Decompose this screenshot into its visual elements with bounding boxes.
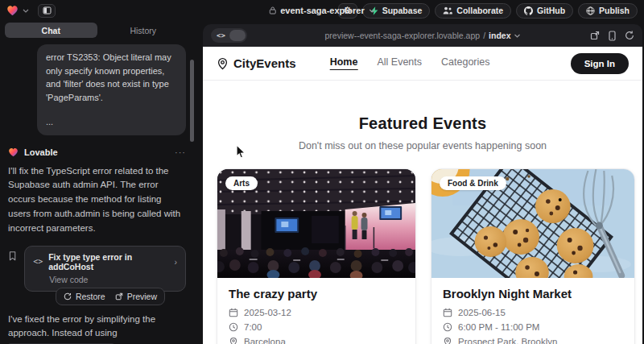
lovable-avatar-icon bbox=[8, 147, 19, 157]
user-error-message: error TS2353: Object literal may only sp… bbox=[37, 44, 186, 135]
message-menu-button[interactable]: ··· bbox=[175, 147, 186, 157]
event-card-crazy-party[interactable]: Arts The crazy party 2025-03-12 7:00 Bar… bbox=[217, 168, 416, 344]
restore-icon bbox=[64, 292, 72, 300]
sidebar-toggle-button[interactable] bbox=[38, 4, 56, 18]
chat-sidebar: Chat History error TS2353: Object litera… bbox=[0, 21, 197, 344]
page-chevron-icon bbox=[514, 34, 520, 38]
toggle-knob bbox=[229, 30, 246, 41]
chat-scrollbar[interactable] bbox=[190, 60, 194, 142]
code-icon: <> bbox=[33, 257, 43, 266]
project-name: event-saga-explorer bbox=[280, 6, 365, 15]
sign-in-button[interactable]: Sign In bbox=[571, 53, 629, 74]
event-image-conference: Arts bbox=[217, 169, 415, 278]
top-bar: event-saga-explorer ⚙ Supabase Collabora… bbox=[0, 0, 644, 21]
event-location: Barcelona bbox=[244, 337, 286, 344]
project-switcher[interactable]: event-saga-explorer bbox=[269, 6, 375, 15]
message-ellipsis[interactable]: ... bbox=[46, 115, 177, 129]
assistant-message-2: I've fixed the error by simplifying the … bbox=[8, 313, 186, 344]
error-text: error TS2353: Object literal may only sp… bbox=[46, 51, 177, 104]
github-button[interactable]: GitHub bbox=[516, 3, 573, 19]
refresh-icon[interactable] bbox=[625, 31, 634, 40]
preview-toolbar: <> preview--event-saga-explorer.lovable.… bbox=[203, 24, 642, 47]
location-pin-icon bbox=[443, 337, 452, 344]
preview-version-button[interactable]: Preview bbox=[115, 292, 157, 301]
event-time: 7:00 bbox=[244, 322, 262, 332]
assistant-message-1: I'll fix the TypeScript error related to… bbox=[8, 164, 186, 236]
featured-section-header: Featured Events Don't miss out on these … bbox=[203, 81, 642, 151]
preview-page: index bbox=[489, 31, 510, 40]
app-nav: Home All Events Categories bbox=[330, 56, 490, 70]
open-external-icon[interactable] bbox=[590, 31, 600, 40]
restore-button[interactable]: Restore bbox=[64, 292, 105, 301]
view-code-link[interactable]: View code bbox=[49, 275, 177, 284]
people-icon bbox=[443, 6, 452, 15]
version-action-bar: Restore Preview bbox=[56, 288, 165, 305]
calendar-icon bbox=[229, 308, 238, 317]
lock-icon bbox=[269, 6, 276, 15]
preview-url: preview--event-saga-explorer.lovable.app bbox=[325, 31, 481, 40]
globe-icon bbox=[586, 6, 595, 15]
clock-icon bbox=[443, 322, 452, 332]
open-preview-icon bbox=[115, 292, 123, 300]
clock-icon bbox=[229, 322, 238, 332]
workspace-chevron-icon[interactable] bbox=[23, 9, 29, 13]
code-change-title: Fix type type error in addCoHost bbox=[48, 252, 168, 271]
chat-history-tabs: Chat History bbox=[5, 23, 189, 38]
category-badge: Arts bbox=[225, 176, 258, 190]
preview-url-bar[interactable]: preview--event-saga-explorer.lovable.app… bbox=[325, 31, 521, 40]
event-card-brooklyn-market[interactable]: Food & Drink Brooklyn Night Market 2025-… bbox=[431, 168, 635, 344]
publish-button[interactable]: Publish bbox=[578, 3, 638, 19]
event-time: 6:00 PM - 11:00 PM bbox=[458, 322, 539, 332]
chat-messages: error TS2353: Object literal may only sp… bbox=[0, 38, 197, 344]
section-title: Featured Events bbox=[203, 114, 642, 133]
lovable-logo-icon[interactable] bbox=[6, 5, 19, 16]
event-location: Prospect Park, Brooklyn bbox=[458, 337, 557, 344]
event-date: 2025-03-12 bbox=[244, 308, 291, 317]
bookmark-icon[interactable] bbox=[8, 251, 17, 262]
tab-chat[interactable]: Chat bbox=[5, 23, 97, 38]
code-toggle-icon: <> bbox=[217, 31, 225, 39]
event-cards: Arts The crazy party 2025-03-12 7:00 Bar… bbox=[203, 168, 642, 344]
nav-categories[interactable]: Categories bbox=[441, 56, 489, 70]
code-change-card[interactable]: <> Fix type type error in addCoHost › Vi… bbox=[24, 246, 186, 292]
mobile-view-icon[interactable] bbox=[609, 31, 616, 41]
project-chevron-icon bbox=[369, 9, 375, 13]
event-title: The crazy party bbox=[229, 287, 404, 300]
category-badge: Food & Drink bbox=[440, 176, 506, 190]
app-brand-name: CityEvents bbox=[233, 56, 296, 70]
app-header: CityEvents Home All Events Categories Si… bbox=[203, 47, 642, 81]
nav-home[interactable]: Home bbox=[330, 56, 358, 70]
code-view-toggle[interactable]: <> bbox=[211, 28, 247, 43]
event-title: Brooklyn Night Market bbox=[443, 287, 623, 300]
calendar-icon bbox=[443, 308, 452, 317]
location-pin-icon bbox=[229, 337, 238, 344]
event-image-cookies: Food & Drink bbox=[431, 169, 634, 278]
section-subtitle: Don't miss out on these popular events h… bbox=[203, 140, 642, 151]
assistant-name: Lovable bbox=[24, 147, 58, 157]
chevron-right-icon: › bbox=[175, 257, 178, 267]
event-date: 2025-06-15 bbox=[458, 308, 506, 317]
tab-history[interactable]: History bbox=[97, 23, 190, 38]
map-pin-icon bbox=[217, 57, 229, 70]
nav-all-events[interactable]: All Events bbox=[377, 56, 422, 70]
app-brand[interactable]: CityEvents bbox=[217, 56, 296, 70]
assistant-header: Lovable ··· bbox=[8, 147, 186, 157]
collaborate-button[interactable]: Collaborate bbox=[435, 3, 511, 19]
github-icon bbox=[524, 6, 533, 15]
app-preview: CityEvents Home All Events Categories Si… bbox=[203, 47, 642, 344]
preview-panel: <> preview--event-saga-explorer.lovable.… bbox=[203, 24, 642, 344]
